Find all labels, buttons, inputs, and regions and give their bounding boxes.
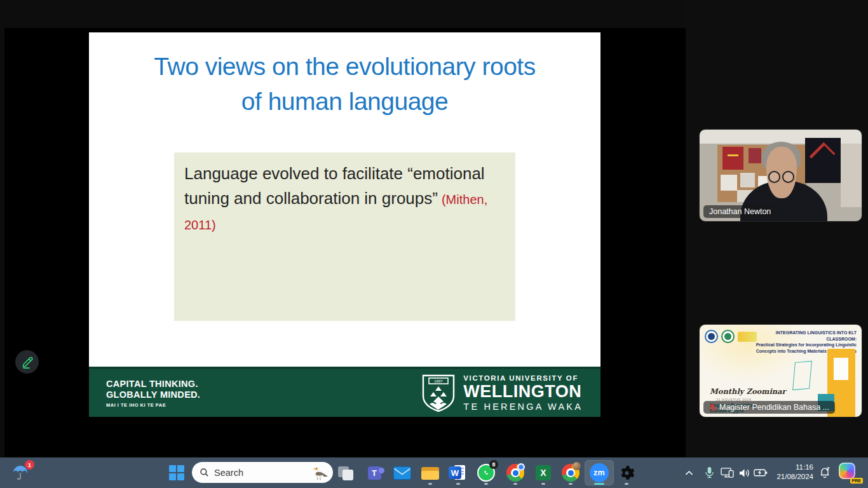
mail-app-button[interactable]	[390, 460, 415, 485]
quote-text: Language evolved to facilitate “emotiona…	[184, 164, 485, 208]
participants-panel: Jonathan Newton INTEGRATING LINGUISTICS …	[686, 0, 868, 458]
file-explorer-button[interactable]	[417, 460, 443, 485]
battery-charging-icon	[754, 468, 768, 477]
wall-poster-dark	[805, 138, 841, 183]
excel-app-button[interactable]: X	[531, 460, 556, 485]
clock-date: 21/08/2024	[766, 472, 813, 482]
chrome-button[interactable]	[503, 460, 528, 485]
zoom-icon: zm	[590, 463, 609, 482]
university-tagline: CAPITAL THINKING. GLOBALLY MINDED. MAI I…	[106, 379, 200, 408]
wall-paper	[740, 173, 755, 187]
chrome-gear-overlay-icon	[517, 463, 525, 471]
tray-cast-button[interactable]	[719, 464, 735, 482]
presentation-slide: Two views on the evolutionary roots of h…	[89, 32, 600, 417]
glasses	[768, 171, 794, 183]
excel-icon: X	[536, 465, 551, 480]
teams-app-button[interactable]: T	[362, 460, 387, 485]
whatsapp-badge: 8	[489, 460, 498, 469]
clock-time: 11:16	[766, 463, 813, 472]
slide-title-line1: Two views on the evolutionary roots	[89, 49, 600, 84]
university-wordmark: VICTORIA UNIVERSITY OF WELLINGTON TE HER…	[463, 374, 583, 412]
shield-year: 1897	[435, 379, 444, 383]
search-input[interactable]	[214, 468, 290, 478]
running-indicator	[541, 483, 545, 485]
participant-video-magister[interactable]: INTEGRATING LINGUISTICS INTO ELT CLASSRO…	[699, 324, 862, 417]
notification-bell-icon	[819, 466, 831, 478]
zoom-app-button[interactable]: zm	[585, 460, 614, 485]
university-line2: WELLINGTON	[463, 383, 583, 401]
webinar-heading-line2: Practical Strategies for Incorporating L…	[750, 342, 857, 348]
gear-icon	[618, 464, 635, 482]
teams-icon: T	[368, 466, 381, 480]
slide-title: Two views on the evolutionary roots of h…	[89, 49, 600, 119]
chrome-profile-button[interactable]	[558, 460, 583, 485]
task-view-button[interactable]	[334, 460, 359, 485]
taskbar-clock[interactable]: 11:16 21/08/2024	[766, 463, 813, 482]
tagline-line1: CAPITAL THINKING.	[106, 379, 200, 390]
cast-display-icon	[721, 467, 734, 478]
running-indicator	[513, 483, 517, 485]
file-explorer-icon-front	[421, 471, 439, 480]
pencil-icon	[20, 355, 34, 369]
tray-volume-button[interactable]	[736, 464, 752, 482]
zoom-meeting-window: Two views on the evolutionary roots of h…	[0, 0, 868, 488]
wall-paper	[721, 175, 737, 191]
chrome-icon	[562, 464, 580, 482]
slide-title-line2: of human language	[89, 84, 600, 119]
university-line3: TE HERENGA WAKA	[463, 401, 583, 412]
weather-widget[interactable]: 1	[6, 460, 34, 485]
poster-logos	[705, 330, 757, 343]
poster-frame-graphic	[792, 361, 812, 390]
settings-button[interactable]	[614, 460, 639, 485]
mail-icon	[393, 466, 411, 480]
wall-poster-red	[722, 147, 743, 170]
search-highlight-bird-image	[311, 464, 329, 481]
shared-screen-area: Two views on the evolutionary roots of h…	[4, 28, 686, 457]
university-shield-icon: 1897	[421, 374, 456, 413]
muted-mic-icon	[709, 403, 716, 412]
tray-overflow-button[interactable]	[681, 464, 696, 482]
room-door	[841, 144, 862, 208]
tray-microphone-button[interactable]	[702, 464, 717, 482]
tagline-line2: GLOBALLY MINDED.	[106, 390, 200, 400]
active-indicator	[594, 483, 604, 485]
running-indicator	[484, 483, 488, 485]
webinar-heading-line1: INTEGRATING LINGUISTICS INTO ELT CLASSRO…	[750, 330, 857, 342]
chrome-icon	[506, 464, 524, 482]
annotate-button[interactable]	[15, 350, 39, 374]
participant-name: Magister Pendidikan Bahasa ...	[719, 403, 829, 412]
event-title: Monthly Zoominar	[710, 387, 786, 396]
participant-name-label: Jonathan Newton	[703, 205, 776, 218]
microphone-icon	[705, 466, 714, 479]
task-view-icon-front	[342, 470, 353, 480]
speaker-icon	[738, 468, 750, 478]
running-indicator	[569, 483, 573, 485]
taskbar-search[interactable]	[192, 462, 333, 483]
participant-video-jonathan-newton[interactable]: Jonathan Newton	[699, 129, 862, 222]
start-button[interactable]	[164, 460, 189, 485]
word-icon: W	[449, 466, 461, 479]
notification-bell-button[interactable]	[817, 463, 832, 481]
participant-name-label: Magister Pendidikan Bahasa ...	[703, 401, 835, 414]
slide-footer-banner: CAPITAL THINKING. GLOBALLY MINDED. MAI I…	[89, 367, 600, 417]
copilot-pre-badge: PRE	[850, 478, 863, 484]
whatsapp-button[interactable]: 8	[473, 460, 499, 485]
chevron-up-icon	[685, 470, 693, 476]
running-indicator	[625, 483, 628, 485]
search-icon	[200, 468, 209, 477]
ministry-logo	[705, 330, 718, 343]
university-line1: VICTORIA UNIVERSITY OF	[463, 374, 583, 383]
windows-taskbar: 1 T	[0, 458, 868, 488]
university-logo-group: 1897 VICTORIA UNIVERSITY OF WELLINGTON T…	[421, 374, 583, 413]
running-indicator	[456, 483, 460, 485]
campus-logo	[721, 330, 735, 343]
running-indicator	[428, 483, 432, 485]
quote-text-box: Language evolved to facilitate “emotiona…	[174, 152, 515, 321]
word-app-button[interactable]: W	[445, 460, 471, 485]
copilot-button[interactable]: PRE	[839, 463, 860, 483]
tagline-line3: MAI I TE IHO KI TE PAE	[106, 402, 200, 408]
widget-notification-badge: 1	[25, 460, 34, 470]
windows-logo-icon	[169, 465, 184, 480]
wall-poster-small	[749, 148, 761, 163]
profile-avatar-overlay	[573, 462, 581, 470]
